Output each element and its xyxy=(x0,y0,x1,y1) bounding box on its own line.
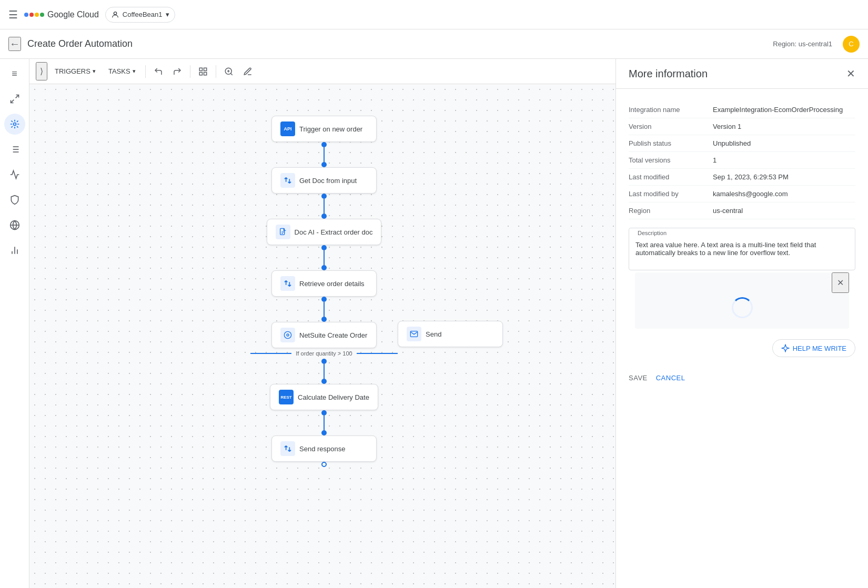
sidebar-item-list[interactable] xyxy=(4,139,25,160)
logo-dot-blue xyxy=(24,13,28,17)
tasks-button[interactable]: TASKS xyxy=(103,64,141,78)
page-toolbar: ← Create Order Automation Region: us-cen… xyxy=(0,29,868,59)
flow-node-netsuite[interactable]: NetSuite Create Order xyxy=(271,322,377,348)
info-row-publish-status: Publish status Unpublished xyxy=(629,135,855,152)
toolbar-divider-3 xyxy=(216,65,216,78)
save-button[interactable]: SAVE xyxy=(629,374,648,382)
label-last-modified: Last modified xyxy=(629,173,713,181)
connector-dot-12 xyxy=(321,430,327,435)
connector-2 xyxy=(324,199,325,214)
connector-3 xyxy=(324,250,325,265)
connector-dot-4 xyxy=(321,214,327,219)
logo-dot-yellow xyxy=(35,13,39,17)
connector-dot-3 xyxy=(321,194,327,199)
logo-dot-green xyxy=(40,13,44,17)
flow-node-calculate[interactable]: REST Calculate Delivery Date xyxy=(270,384,378,410)
svg-rect-18 xyxy=(199,72,202,75)
layout-button[interactable] xyxy=(195,63,211,80)
value-total-versions: 1 xyxy=(713,156,716,164)
panel-title: More information xyxy=(629,68,708,80)
flow-container: API Trigger on new order Get Doc from in… xyxy=(250,116,398,467)
loading-spinner xyxy=(732,297,753,318)
cancel-button[interactable]: CANCEL xyxy=(656,374,685,382)
panel-actions: SAVE CANCEL xyxy=(629,370,855,386)
connector-dot-10 xyxy=(321,379,327,384)
person-icon xyxy=(111,11,119,19)
svg-point-26 xyxy=(284,331,291,338)
sidebar-item-globe[interactable] xyxy=(4,215,25,236)
arrows-icon-1 xyxy=(280,173,295,188)
label-region: Region xyxy=(629,207,713,215)
arrows-icon-3 xyxy=(280,441,295,456)
connector-4 xyxy=(324,302,325,317)
label-version: Version xyxy=(629,123,713,130)
sidebar-item-chart[interactable] xyxy=(4,164,25,185)
collapse-button[interactable]: ⟩ xyxy=(36,62,47,80)
value-region: us-central xyxy=(713,207,743,215)
svg-rect-16 xyxy=(204,68,206,70)
connector-dot-end xyxy=(321,462,327,467)
node-label-get-doc: Get Doc from input xyxy=(299,177,357,185)
avatar: C xyxy=(843,36,860,53)
close-panel-button[interactable]: ✕ xyxy=(846,67,855,80)
value-version: Version 1 xyxy=(713,123,741,130)
label-total-versions: Total versions xyxy=(629,156,713,164)
arrows-icon-2 xyxy=(280,276,295,291)
send-email-node-wrapper: Send xyxy=(398,321,503,347)
page-title: Create Order Automation xyxy=(27,38,766,49)
project-name: CoffeeBean1 xyxy=(123,11,163,18)
description-textarea[interactable] xyxy=(629,237,855,268)
pen-button[interactable] xyxy=(239,63,256,80)
info-row-last-modified: Last modified Sep 1, 2023, 6:29:53 PM xyxy=(629,169,855,186)
connector-dot-6 xyxy=(321,265,327,270)
sidebar-item-analytics[interactable] xyxy=(4,240,25,261)
description-section: Description xyxy=(629,228,855,270)
flow-node-send-response[interactable]: Send response xyxy=(271,435,377,462)
main-layout: ≡ xyxy=(0,59,868,588)
node-label-calculate: Calculate Delivery Date xyxy=(298,393,369,401)
node-label-send: Send xyxy=(426,330,441,338)
sidebar-item-shield[interactable] xyxy=(4,189,25,210)
help-me-write-button[interactable]: HELP ME WRITE xyxy=(772,339,855,357)
right-panel: More information ✕ Integration name Exam… xyxy=(615,59,868,588)
toolbar-divider-2 xyxy=(190,65,190,78)
value-last-modified-by: kamaleshs@google.com xyxy=(713,190,788,198)
info-row-total-versions: Total versions 1 xyxy=(629,152,855,169)
info-row-version: Version Version 1 xyxy=(629,118,855,135)
node-label-trigger: Trigger on new order xyxy=(299,125,362,133)
connector-dot-11 xyxy=(321,410,327,415)
zoom-button[interactable] xyxy=(220,63,237,80)
logo-dot-red xyxy=(29,13,34,17)
svg-point-3 xyxy=(13,123,16,126)
sidebar-item-arrow[interactable] xyxy=(4,88,25,109)
flow-node-trigger[interactable]: API Trigger on new order xyxy=(271,116,377,142)
flow-node-doc-ai[interactable]: Doc AI - Extract order doc xyxy=(267,219,382,245)
spinner-close-button[interactable]: ✕ xyxy=(832,272,849,293)
canvas[interactable]: API Trigger on new order Get Doc from in… xyxy=(29,84,615,588)
flow-node-retrieve[interactable]: Retrieve order details xyxy=(271,270,377,297)
svg-rect-15 xyxy=(199,68,202,70)
svg-rect-17 xyxy=(204,72,206,75)
rest-icon: REST xyxy=(279,390,294,404)
panel-content: Integration name ExampleIntegration-Ecom… xyxy=(616,89,868,588)
back-button[interactable]: ← xyxy=(8,37,21,51)
label-integration-name: Integration name xyxy=(629,106,713,114)
sidebar-item-menu[interactable]: ≡ xyxy=(4,63,25,84)
svg-line-20 xyxy=(230,73,232,75)
node-label-doc-ai: Doc AI - Extract order doc xyxy=(295,228,373,236)
project-chip[interactable]: CoffeeBean1 ▾ xyxy=(105,7,175,23)
toolbar-divider-1 xyxy=(145,65,146,78)
sidebar-item-integration[interactable] xyxy=(4,114,25,135)
hamburger-icon[interactable]: ☰ xyxy=(8,8,18,21)
svg-line-1 xyxy=(15,95,18,98)
triggers-button[interactable]: TRIGGERS xyxy=(49,64,101,78)
svg-point-0 xyxy=(114,12,116,14)
doc-icon xyxy=(276,225,290,239)
flow-node-send[interactable]: Send xyxy=(398,321,503,347)
redo-button[interactable] xyxy=(169,63,186,80)
label-publish-status: Publish status xyxy=(629,139,713,147)
help-me-write-label: HELP ME WRITE xyxy=(793,344,846,352)
undo-button[interactable] xyxy=(150,63,167,80)
panel-header: More information ✕ xyxy=(616,59,868,89)
flow-node-get-doc[interactable]: Get Doc from input xyxy=(271,167,377,194)
